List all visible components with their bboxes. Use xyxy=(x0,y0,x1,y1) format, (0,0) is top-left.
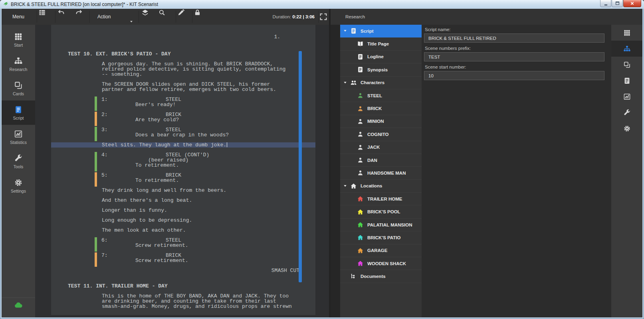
layers-button[interactable] xyxy=(141,9,157,25)
tree-item-steel[interactable]: STEEL xyxy=(340,89,422,102)
dialogue-marker-orange xyxy=(95,112,97,126)
redo-button[interactable] xyxy=(75,9,90,25)
fullscreen-button[interactable] xyxy=(319,12,328,21)
chevron-down-icon xyxy=(129,14,134,19)
toolbar-separator xyxy=(55,11,55,23)
card-list-button[interactable] xyxy=(38,9,54,25)
tree-item-label: MINION xyxy=(367,119,384,124)
dialogue-number: 3: xyxy=(101,127,108,132)
tree-item-brick-s-pool[interactable]: BRICK'S POOL xyxy=(340,205,422,218)
right-toolbar-script[interactable] xyxy=(611,73,642,89)
toolbar-separator xyxy=(37,11,37,23)
right-toolbar xyxy=(611,25,642,317)
settings-icon xyxy=(623,125,631,132)
connection-status[interactable] xyxy=(2,300,35,310)
tree-item-jack[interactable]: JACK xyxy=(340,141,422,154)
tree-item-locations[interactable]: Locations xyxy=(340,180,422,193)
tree-item-wooden-shack[interactable]: WOODEN SHACK xyxy=(340,257,422,270)
sidebar-item-research[interactable]: Research xyxy=(2,52,35,76)
dialogue-block: 6:STEELScrew retirement. xyxy=(51,238,315,248)
tree-item-minion[interactable]: MINION xyxy=(340,115,422,128)
app-window: BRICK & STEEL FULL RETIRED [on local com… xyxy=(0,0,644,319)
scroll-position-indicator[interactable] xyxy=(299,51,302,282)
dialogue-block: 1:STEELBeer's ready! xyxy=(51,97,315,107)
tree-item-documents[interactable]: Documents xyxy=(340,270,422,283)
sidebar-item-label: Settings xyxy=(11,189,26,193)
action-paragraph: This is the home of THE BOY BAND, AKA DA… xyxy=(51,293,315,309)
undo-button[interactable] xyxy=(57,9,73,25)
tree-item-brick[interactable]: BRICK xyxy=(340,102,422,115)
script-icon xyxy=(14,105,23,114)
dialogue-text: Does a bear crap in the woods? xyxy=(51,132,315,138)
toolbar-separator xyxy=(318,11,319,23)
tree-item-label: Characters xyxy=(361,80,384,85)
paragraph-type-dropdown[interactable]: Action xyxy=(91,9,139,25)
tree-item-cognito[interactable]: COGNITO xyxy=(340,128,422,141)
lock-button[interactable] xyxy=(194,9,209,25)
dialogue-marker-orange xyxy=(95,172,97,187)
scene-start-input[interactable] xyxy=(424,71,604,80)
script-name-input[interactable] xyxy=(424,33,604,43)
expand-arrow-icon[interactable] xyxy=(343,29,347,33)
right-toolbar-cards[interactable] xyxy=(611,57,642,73)
tree-item-synopsis[interactable]: Synopsis xyxy=(340,63,422,76)
action-paragraph: Long enough to be depressing. xyxy=(51,218,315,223)
action-line: -- something. xyxy=(51,72,315,77)
tree-item-brick-s-patio[interactable]: BRICK'S PATIO xyxy=(340,231,422,244)
right-toolbar-start[interactable] xyxy=(611,25,642,41)
right-toolbar-research[interactable] xyxy=(611,41,642,57)
tree-item-trailer-home[interactable]: TRAILER HOME xyxy=(340,193,422,205)
research-icon xyxy=(623,45,631,53)
sidebar-item-label: Statistics xyxy=(10,140,27,145)
expand-arrow-icon[interactable] xyxy=(343,184,347,188)
dialogue-number: 1: xyxy=(101,97,108,102)
window-title: BRICK & STEEL FULL RETIRED [on local com… xyxy=(11,0,158,9)
person-icon xyxy=(357,105,364,112)
tree-item-palatial-mansion[interactable]: PALATIAL MANSION xyxy=(340,219,422,231)
title-bar[interactable]: BRICK & STEEL FULL RETIRED [on local com… xyxy=(0,0,644,9)
research-module: Research ScriptTitle PageLoglineSynopsis… xyxy=(331,9,642,317)
search-button[interactable] xyxy=(158,9,173,25)
expand-arrow-icon[interactable] xyxy=(343,81,347,85)
menu-button[interactable]: Menu xyxy=(2,9,35,25)
duration-display: Duration: 0:22 | 3:06 xyxy=(272,9,315,25)
tree-item-logline[interactable]: Logline xyxy=(340,51,422,63)
tree-item-title-page[interactable]: Title Page xyxy=(340,37,422,50)
tree-item-dan[interactable]: DAN xyxy=(340,154,422,167)
tree-item-garage[interactable]: GARAGE xyxy=(340,244,422,257)
sidebar-item-start[interactable]: Start xyxy=(2,28,35,52)
sidebar-divider xyxy=(2,297,35,298)
sidebar-item-statistics[interactable]: Statistics xyxy=(2,125,35,149)
close-button[interactable] xyxy=(623,0,641,7)
action-paragraph: The SCREEN DOOR slides open and DICK STE… xyxy=(51,82,315,92)
sidebar-item-script[interactable]: Script xyxy=(2,100,35,125)
action-line: smash-and-grab. Money, drugs, and ridicu… xyxy=(51,304,315,309)
pencil-icon xyxy=(177,9,192,25)
script-page[interactable]: 1.TEST 10. EXT. BRICK'S PATIO - DAYA gor… xyxy=(51,25,315,315)
dialogue-text: Screw retirement. xyxy=(51,243,315,248)
search-icon xyxy=(158,9,173,25)
sidebar-item-cards[interactable]: Cards xyxy=(2,76,35,100)
start-icon xyxy=(14,32,23,41)
person-icon xyxy=(357,169,364,176)
maximize-button[interactable] xyxy=(612,0,623,7)
tree-item-script[interactable]: Script xyxy=(340,25,422,37)
person-icon xyxy=(357,92,364,99)
edit-mode-button[interactable] xyxy=(177,9,192,25)
research-icon xyxy=(14,57,23,65)
action-line: Long enough to be depressing. xyxy=(51,218,315,223)
minimize-button[interactable] xyxy=(600,0,611,7)
tree-item-characters[interactable]: Characters xyxy=(340,77,422,89)
script-editor[interactable]: 1.TEST 10. EXT. BRICK'S PATIO - DAYA gor… xyxy=(35,25,329,317)
sidebar-item-label: Cards xyxy=(13,91,24,96)
sidebar-item-settings[interactable]: Settings xyxy=(2,173,35,198)
scene-prefix-input[interactable] xyxy=(424,52,604,61)
house-icon xyxy=(350,183,357,189)
dialogue-text: To retirement. xyxy=(51,178,315,183)
sidebar-item-tools[interactable]: Tools xyxy=(2,149,35,173)
right-toolbar-settings[interactable] xyxy=(611,120,642,136)
right-toolbar-tools[interactable] xyxy=(611,104,642,120)
tree-item-label: WOODEN SHACK xyxy=(367,261,406,266)
tree-item-handsome-man[interactable]: HANDSOME MAN xyxy=(340,167,422,179)
right-toolbar-statistics[interactable] xyxy=(611,89,642,104)
